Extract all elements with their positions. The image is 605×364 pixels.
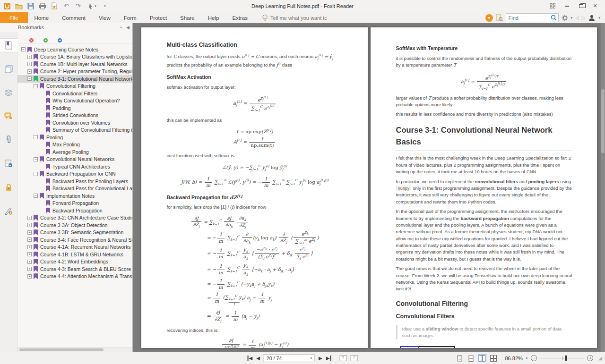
facing-layout-button[interactable] — [478, 354, 486, 362]
tab-help[interactable]: Help — [201, 12, 226, 23]
minimize-button[interactable] — [561, 1, 573, 11]
bookmark-item[interactable]: +Course 4-1A: Recurrent Neural Networks — [17, 244, 132, 251]
bookmark-item[interactable]: Summary of Convolutional Filtering ( — [17, 127, 132, 134]
layout-grid-icon[interactable] — [546, 1, 559, 11]
page-number-input[interactable]: 20 / 74 ▾ — [264, 354, 315, 362]
restore-button[interactable] — [575, 1, 587, 11]
bookmark-item[interactable]: Forward Propagation — [17, 200, 132, 207]
next-page-button[interactable]: ▶ — [319, 356, 322, 361]
collapse-icon[interactable]: − — [34, 135, 38, 139]
bookmark-item[interactable]: −Pooling — [17, 134, 132, 141]
collapse-icon[interactable]: − — [34, 172, 38, 176]
next-view-button[interactable] — [350, 355, 357, 361]
expand-icon[interactable]: + — [27, 274, 32, 279]
zoom-slider-handle[interactable] — [565, 356, 567, 361]
tab-extras[interactable]: Extras — [225, 12, 254, 23]
certificate-icon[interactable] — [0, 156, 17, 170]
user-avatar[interactable] — [588, 14, 596, 22]
bookmark-item[interactable]: Strided Convolutions — [17, 112, 132, 119]
panel-collapse-icon[interactable]: ◀ — [126, 25, 130, 30]
bookmark-item[interactable]: −Backward Propagation for CNN — [17, 170, 132, 178]
expand-icon[interactable]: + — [27, 230, 32, 235]
search-icon[interactable] — [549, 15, 558, 21]
tellme-input[interactable] — [270, 14, 340, 22]
expand-icon[interactable]: + — [27, 216, 32, 220]
bookmark-item[interactable]: +Course 3-3A: Object Detection — [17, 221, 132, 229]
expand-icon[interactable]: + — [27, 237, 32, 242]
bookmarks-horizontal-scrollbar[interactable] — [17, 347, 132, 352]
bookmark-item[interactable]: Convolutional Filters — [17, 90, 132, 97]
tab-file[interactable]: File — [0, 12, 28, 23]
bookmark-item[interactable]: Average Pooling — [17, 148, 132, 156]
bookmark-item[interactable]: +Course 1B: Multi-layer Neural Networks — [17, 60, 132, 68]
expand-icon[interactable]: + — [27, 69, 32, 74]
continuous-facing-layout-button[interactable] — [490, 354, 498, 362]
expand-icon[interactable]: + — [27, 267, 32, 271]
bookmarks-tab-icon[interactable] — [0, 38, 17, 52]
bookmark-item[interactable]: Convolution over Volumes — [17, 119, 132, 127]
bookmark-item[interactable]: −Deep Learning Course Notes — [17, 46, 132, 53]
bookmark-item[interactable]: +Course 4-4: Attention Mechanism & Trans… — [17, 273, 132, 280]
tab-comment[interactable]: Comment — [55, 12, 92, 23]
expand-icon[interactable]: + — [27, 62, 32, 66]
avatar-caret-icon[interactable]: ▾ — [598, 16, 600, 20]
zoom-in-button[interactable]: + — [587, 355, 593, 361]
find-next-button[interactable]: ▷ — [582, 15, 586, 20]
zoom-caret-icon[interactable]: ▾ — [526, 356, 528, 360]
resize-grip[interactable]: ◢ — [596, 356, 601, 361]
tab-form[interactable]: Form — [117, 12, 143, 23]
collapse-icon[interactable]: − — [34, 157, 38, 161]
snapshot-icon[interactable] — [496, 14, 503, 21]
customize-toolbar-button[interactable]: ▾ — [102, 2, 108, 10]
locate-bookmark-button[interactable]: + — [52, 34, 61, 42]
foxit-logo-icon[interactable] — [3, 2, 11, 10]
bookmark-item[interactable]: +Course 2: Hyper-parameter Tuning, Regul… — [17, 68, 132, 76]
find-settings-gear-icon[interactable] — [562, 15, 568, 21]
bookmark-item[interactable]: +Course 3-2: CNN Architecture Case Studi… — [17, 214, 132, 222]
page-number-caret-icon[interactable]: ▾ — [310, 356, 312, 360]
print-button[interactable] — [38, 2, 47, 10]
add-bookmark-button[interactable]: + — [38, 34, 47, 42]
bookmark-item[interactable]: +Course 1A: Binary Classifiers with Logi… — [17, 53, 132, 61]
bookmark-item[interactable]: −Convolutional Filtering — [17, 83, 132, 90]
tab-share[interactable]: Share — [173, 12, 201, 23]
hand-tool-caret-icon[interactable]: ▾ — [95, 4, 96, 8]
last-page-button[interactable]: ▶ — [326, 356, 331, 361]
bookmark-item[interactable]: Why Convolutional Operation? — [17, 97, 132, 105]
expand-icon[interactable]: + — [27, 223, 32, 227]
single-page-layout-button[interactable] — [456, 354, 464, 362]
bookmark-item[interactable]: −Implementation Notes — [17, 192, 132, 200]
document-canvas[interactable]: Multi-class Classificationfor C classes,… — [133, 23, 605, 352]
vertical-scrollbar[interactable] — [601, 23, 605, 352]
collapse-icon[interactable]: − — [34, 194, 38, 198]
comments-icon[interactable] — [0, 109, 17, 123]
bookmark-item[interactable]: Padding — [17, 104, 132, 112]
bookmark-item[interactable]: −Convolutional Neural Networks — [17, 156, 132, 163]
find-previous-button[interactable]: ◁ — [575, 15, 579, 20]
gear-caret-icon[interactable]: ▾ — [571, 16, 573, 20]
tab-protect[interactable]: Protect — [143, 12, 173, 23]
collapse-icon[interactable]: − — [27, 76, 32, 81]
redo-button[interactable]: ↷ — [74, 2, 82, 10]
bookmark-item[interactable]: Backward Propagation — [17, 207, 132, 214]
bookmark-item[interactable]: +Course 3-3B: Semantic Segmentation — [17, 229, 132, 237]
bookmark-item[interactable]: −Course 3-1: Convolutional Neural Networ… — [17, 75, 132, 83]
bookmark-item[interactable]: +Course 3-4: Face Recognition & Neural S… — [17, 236, 132, 244]
vertical-scrollbar-thumb[interactable] — [601, 89, 605, 153]
scrollbar-thumb[interactable] — [19, 348, 104, 351]
layers-icon[interactable] — [0, 85, 17, 100]
security-lock-icon[interactable] — [0, 180, 17, 194]
find-input[interactable] — [506, 15, 549, 21]
bookmark-item[interactable]: +Course 4-3: Beam Search & BLEU Score — [17, 265, 132, 273]
hand-tool-button[interactable]: ▾ — [86, 2, 99, 10]
expand-icon[interactable]: + — [27, 55, 32, 59]
open-file-button[interactable] — [15, 2, 23, 10]
previous-view-button[interactable] — [339, 355, 346, 361]
create-pdf-button[interactable] — [50, 2, 59, 10]
collapse-icon[interactable]: − — [21, 47, 26, 51]
zoom-out-button[interactable]: − — [531, 355, 537, 361]
panel-expand-icon[interactable]: » — [120, 25, 122, 30]
close-button[interactable]: ✕ — [589, 1, 601, 11]
undo-button[interactable]: ↶ — [62, 2, 70, 10]
bookmark-item[interactable]: Backward Pass for Convolutional Lay — [17, 185, 132, 193]
